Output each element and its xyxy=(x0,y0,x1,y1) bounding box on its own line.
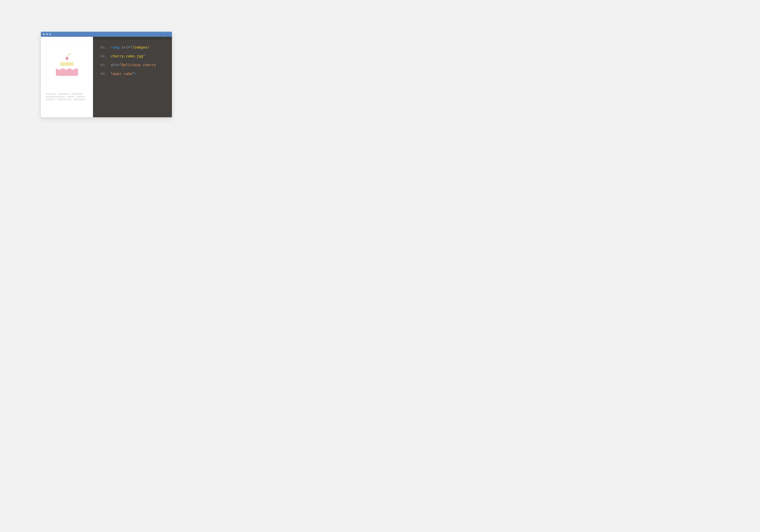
code-token: cherry-cake.jpg xyxy=(111,54,143,58)
placeholder-line xyxy=(67,96,74,98)
close-icon[interactable] xyxy=(169,37,170,39)
window-body: 01.<img src=“/images/02.cherry-cake.jpg”… xyxy=(41,37,172,117)
placeholder-line xyxy=(73,99,85,100)
code-content[interactable]: layer cake”> xyxy=(111,72,136,76)
traffic-light-close[interactable] xyxy=(43,33,45,35)
text-placeholder-lines xyxy=(46,93,88,100)
placeholder-line xyxy=(58,93,70,95)
placeholder-line xyxy=(57,99,72,100)
code-token: ” xyxy=(143,54,145,58)
gear-icon[interactable] xyxy=(164,37,166,39)
placeholder-line xyxy=(46,99,56,100)
code-token: < xyxy=(111,45,113,49)
code-content[interactable]: alt=“Delicious cherry xyxy=(111,63,156,67)
traffic-light-minimize[interactable] xyxy=(46,33,48,35)
divider-icon xyxy=(166,37,168,39)
line-number: 04. xyxy=(101,72,106,76)
preview-pane xyxy=(41,37,93,117)
line-number: 01. xyxy=(101,45,106,49)
traffic-light-zoom[interactable] xyxy=(49,33,51,35)
image-thumbnail-frame xyxy=(46,42,88,89)
code-token: > xyxy=(134,72,137,76)
code-editor-pane: 01.<img src=“/images/02.cherry-cake.jpg”… xyxy=(93,37,172,117)
app-window: 01.<img src=“/images/02.cherry-cake.jpg”… xyxy=(41,32,172,117)
window-titlebar[interactable] xyxy=(41,32,172,37)
code-line[interactable]: 02.cherry-cake.jpg” xyxy=(101,54,167,58)
code-content[interactable]: cherry-cake.jpg” xyxy=(111,54,145,58)
code-token: /images/ xyxy=(132,45,149,49)
svg-point-0 xyxy=(65,57,69,60)
code-lines[interactable]: 01.<img src=“/images/02.cherry-cake.jpg”… xyxy=(101,45,167,76)
code-line[interactable]: 03.alt=“Delicious cherry xyxy=(101,63,167,67)
code-pane-controls xyxy=(93,37,172,40)
code-token: layer cake xyxy=(111,72,132,76)
code-token: src=“ xyxy=(121,45,132,49)
placeholder-line xyxy=(46,93,56,95)
code-token xyxy=(119,45,121,49)
line-number: 03. xyxy=(101,63,106,67)
code-token: ” xyxy=(132,72,134,76)
code-content[interactable]: <img src=“/images/ xyxy=(111,45,149,49)
code-line[interactable]: 01.<img src=“/images/ xyxy=(101,45,167,49)
placeholder-line xyxy=(46,96,65,98)
code-line[interactable]: 04.layer cake”> xyxy=(101,72,167,76)
line-number: 02. xyxy=(101,54,106,58)
code-token: alt=“ xyxy=(111,63,121,67)
code-token: img xyxy=(113,45,119,49)
placeholder-line xyxy=(71,93,83,95)
placeholder-line xyxy=(76,96,85,98)
cake-icon xyxy=(52,52,81,78)
code-token: Delicious cherry xyxy=(121,63,156,67)
